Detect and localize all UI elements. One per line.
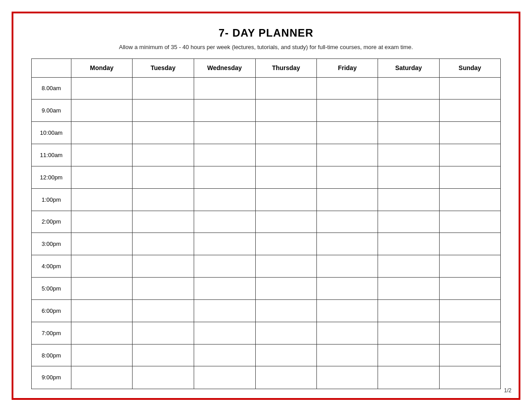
planner-cell[interactable]: [317, 211, 378, 233]
planner-cell[interactable]: [378, 344, 440, 366]
planner-cell[interactable]: [439, 100, 500, 122]
planner-cell[interactable]: [378, 144, 440, 166]
planner-cell[interactable]: [317, 122, 378, 144]
planner-cell[interactable]: [317, 344, 378, 366]
planner-cell[interactable]: [317, 100, 378, 122]
planner-cell[interactable]: [194, 144, 255, 166]
planner-cell[interactable]: [255, 233, 317, 255]
planner-cell[interactable]: [439, 188, 500, 211]
planner-cell[interactable]: [255, 255, 317, 278]
planner-cell[interactable]: [133, 77, 194, 100]
planner-cell[interactable]: [71, 278, 132, 300]
planner-cell[interactable]: [439, 233, 500, 255]
planner-cell[interactable]: [71, 322, 132, 344]
planner-cell[interactable]: [439, 211, 500, 233]
planner-cell[interactable]: [133, 100, 194, 122]
planner-cell[interactable]: [194, 278, 255, 300]
planner-cell[interactable]: [133, 233, 194, 255]
planner-cell[interactable]: [133, 322, 194, 344]
planner-cell[interactable]: [378, 255, 440, 278]
planner-cell[interactable]: [133, 166, 194, 188]
time-cell: 4:00pm: [32, 255, 71, 278]
planner-cell[interactable]: [71, 188, 132, 211]
planner-cell[interactable]: [71, 77, 132, 100]
planner-cell[interactable]: [194, 122, 255, 144]
planner-cell[interactable]: [133, 211, 194, 233]
planner-cell[interactable]: [133, 344, 194, 366]
planner-cell[interactable]: [439, 278, 500, 300]
planner-cell[interactable]: [439, 322, 500, 344]
planner-cell[interactable]: [317, 77, 378, 100]
planner-cell[interactable]: [378, 166, 440, 188]
planner-cell[interactable]: [194, 255, 255, 278]
planner-cell[interactable]: [378, 188, 440, 211]
planner-cell[interactable]: [133, 188, 194, 211]
planner-cell[interactable]: [317, 166, 378, 188]
planner-cell[interactable]: [194, 166, 255, 188]
planner-cell[interactable]: [194, 344, 255, 366]
planner-cell[interactable]: [255, 188, 317, 211]
planner-cell[interactable]: [317, 322, 378, 344]
planner-cell[interactable]: [378, 122, 440, 144]
planner-cell[interactable]: [133, 144, 194, 166]
planner-cell[interactable]: [255, 144, 317, 166]
planner-cell[interactable]: [255, 366, 317, 389]
planner-cell[interactable]: [255, 166, 317, 188]
planner-cell[interactable]: [71, 366, 132, 389]
planner-cell[interactable]: [71, 100, 132, 122]
planner-cell[interactable]: [255, 299, 317, 322]
planner-cell[interactable]: [255, 122, 317, 144]
planner-cell[interactable]: [194, 100, 255, 122]
planner-cell[interactable]: [439, 299, 500, 322]
planner-cell[interactable]: [133, 299, 194, 322]
planner-cell[interactable]: [194, 188, 255, 211]
planner-cell[interactable]: [439, 255, 500, 278]
planner-cell[interactable]: [378, 233, 440, 255]
planner-cell[interactable]: [378, 299, 440, 322]
planner-cell[interactable]: [317, 278, 378, 300]
planner-cell[interactable]: [71, 233, 132, 255]
planner-cell[interactable]: [439, 77, 500, 100]
planner-cell[interactable]: [194, 233, 255, 255]
planner-cell[interactable]: [255, 278, 317, 300]
planner-cell[interactable]: [194, 299, 255, 322]
planner-cell[interactable]: [317, 188, 378, 211]
planner-cell[interactable]: [71, 122, 132, 144]
planner-cell[interactable]: [317, 255, 378, 278]
planner-cell[interactable]: [439, 144, 500, 166]
planner-cell[interactable]: [378, 322, 440, 344]
time-cell: 3:00pm: [32, 233, 71, 255]
planner-cell[interactable]: [133, 255, 194, 278]
planner-cell[interactable]: [317, 144, 378, 166]
planner-cell[interactable]: [255, 100, 317, 122]
planner-cell[interactable]: [378, 77, 440, 100]
planner-cell[interactable]: [378, 366, 440, 389]
planner-cell[interactable]: [71, 144, 132, 166]
planner-cell[interactable]: [317, 366, 378, 389]
planner-cell[interactable]: [133, 366, 194, 389]
planner-cell[interactable]: [317, 233, 378, 255]
planner-cell[interactable]: [194, 211, 255, 233]
planner-cell[interactable]: [255, 344, 317, 366]
planner-cell[interactable]: [133, 278, 194, 300]
planner-cell[interactable]: [439, 366, 500, 389]
planner-cell[interactable]: [317, 299, 378, 322]
planner-cell[interactable]: [71, 299, 132, 322]
planner-cell[interactable]: [255, 77, 317, 100]
planner-cell[interactable]: [194, 322, 255, 344]
planner-cell[interactable]: [194, 366, 255, 389]
planner-cell[interactable]: [439, 166, 500, 188]
planner-cell[interactable]: [255, 322, 317, 344]
planner-cell[interactable]: [71, 211, 132, 233]
planner-cell[interactable]: [378, 278, 440, 300]
planner-cell[interactable]: [71, 344, 132, 366]
planner-cell[interactable]: [133, 122, 194, 144]
planner-cell[interactable]: [71, 166, 132, 188]
planner-cell[interactable]: [194, 77, 255, 100]
planner-cell[interactable]: [439, 122, 500, 144]
planner-cell[interactable]: [378, 100, 440, 122]
planner-cell[interactable]: [439, 344, 500, 366]
planner-cell[interactable]: [378, 211, 440, 233]
planner-cell[interactable]: [71, 255, 132, 278]
planner-cell[interactable]: [255, 211, 317, 233]
